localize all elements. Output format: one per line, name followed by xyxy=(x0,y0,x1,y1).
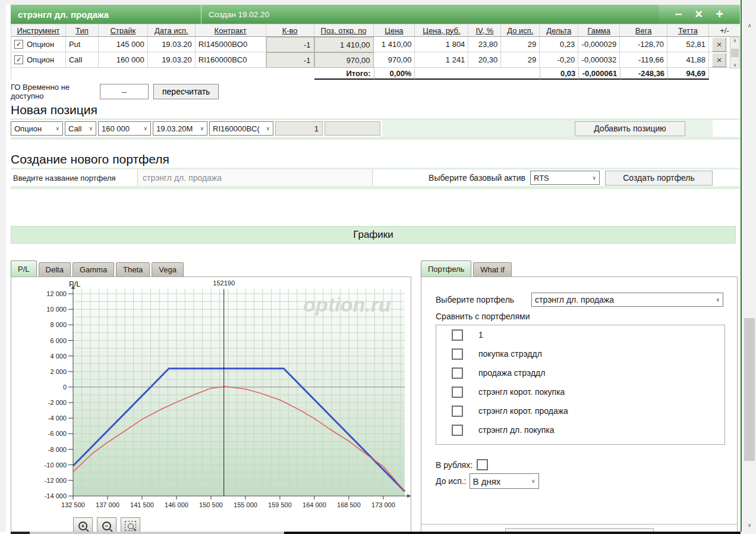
top-margin xyxy=(0,0,740,5)
compare-checkbox[interactable] xyxy=(452,425,463,436)
totals-row: Итого: 0,00% 0,03 -0,000061 -248,36 94,6… xyxy=(11,68,740,80)
go-row: ГО Временно не доступно -- пересчитать xyxy=(11,81,740,102)
base-asset-select[interactable]: RTS∨ xyxy=(530,171,600,185)
instrument-select[interactable]: Опцион∨ xyxy=(11,121,63,136)
portfolio-name-input[interactable] xyxy=(138,169,372,186)
col-header-label[interactable]: Страйк xyxy=(110,26,136,35)
svg-text:-6 000: -6 000 xyxy=(48,430,67,437)
tab-what-if[interactable]: What if xyxy=(473,262,511,277)
compare-list-item: продажа стрэддл xyxy=(436,363,724,382)
portfolio-select[interactable]: стрэнгл дл. продажа∨ xyxy=(531,293,723,307)
col-header-label[interactable]: Вега xyxy=(635,26,652,35)
svg-text:141 500: 141 500 xyxy=(130,501,154,508)
hscroll-thumb[interactable] xyxy=(284,532,741,534)
tab-theta[interactable]: Theta xyxy=(116,262,150,277)
instrument-cell: ✓Опцион xyxy=(11,37,66,52)
empty-field[interactable] xyxy=(325,121,380,136)
empty-cell xyxy=(11,68,66,80)
col-header-label[interactable]: Дата исп. xyxy=(155,26,188,35)
scroll-up-icon[interactable]: ∧ xyxy=(733,38,737,43)
tab-delta[interactable]: Delta xyxy=(39,262,71,277)
svg-text:-2 000: -2 000 xyxy=(48,399,67,406)
type-select[interactable]: Call∨ xyxy=(65,121,96,136)
delete-row-icon[interactable]: × xyxy=(712,53,726,67)
table-header-row: Инструмент Тип Страйк Дата исп. Контракт… xyxy=(11,24,740,37)
empty-cell xyxy=(415,68,468,80)
col-header-label[interactable]: Инструмент xyxy=(17,26,60,35)
scroll-up-icon[interactable]: ∧ xyxy=(743,23,756,29)
iv-cell: 23,80 xyxy=(468,37,501,52)
col-header-label[interactable]: Цена xyxy=(385,26,403,35)
tab-p-l[interactable]: P/L xyxy=(11,260,37,277)
compare-checkbox[interactable] xyxy=(452,387,463,398)
col-header-label[interactable]: Контракт xyxy=(215,26,247,35)
instrument-select-value: Опцион xyxy=(14,124,42,133)
tab-vega[interactable]: Vega xyxy=(152,262,184,277)
recalculate-button[interactable]: пересчитать xyxy=(153,84,219,99)
add-icon[interactable]: + xyxy=(716,8,723,20)
hscroll-thumb[interactable] xyxy=(11,532,30,534)
rubles-checkbox[interactable] xyxy=(477,459,488,470)
add-position-button[interactable]: Добавить позицию xyxy=(575,121,685,136)
empty-cell xyxy=(266,68,314,80)
scroll-down-icon[interactable]: ∨ xyxy=(743,522,756,528)
contract-select[interactable]: RI160000BC(∨ xyxy=(209,121,273,136)
price-rub-cell: 1 804 xyxy=(415,37,468,52)
col-header-label[interactable]: Поз. откр. по xyxy=(321,26,367,35)
svg-text:0: 0 xyxy=(63,384,67,391)
portfolio-titlebar: стрэнгл дл. продажа Создан 19.02.20 − × … xyxy=(11,5,740,24)
date-select[interactable]: 19.03.20M∨ xyxy=(153,121,207,136)
quantity-field[interactable]: 1 xyxy=(275,121,323,136)
qty-cell[interactable]: -1 xyxy=(266,37,314,52)
create-portfolio-button[interactable]: Создать портфель xyxy=(605,171,713,186)
days-select[interactable]: В днях∨ xyxy=(470,473,539,489)
close-icon[interactable]: × xyxy=(695,8,703,20)
col-header-label[interactable]: Тетта xyxy=(678,26,698,35)
hscroll-track xyxy=(30,532,284,534)
svg-text:164 000: 164 000 xyxy=(303,501,326,508)
horizontal-scrollbar[interactable] xyxy=(0,532,741,534)
scrollbar-thumb[interactable] xyxy=(731,49,739,57)
portfolio-select-value: стрэнгл дл. продажа xyxy=(535,295,614,304)
row-checkbox-checked[interactable]: ✓ xyxy=(14,55,23,64)
svg-text:168 500: 168 500 xyxy=(337,501,361,508)
page-scrollbar[interactable]: ∧ ∨ xyxy=(743,0,756,534)
type-cell: Put xyxy=(66,37,99,52)
minimize-icon[interactable]: − xyxy=(675,8,682,20)
compare-list-item: стрэнгл корот. продажа xyxy=(436,401,724,420)
scroll-down-icon[interactable]: ∨ xyxy=(733,62,737,68)
portfolio-select-label: Выберите портфель xyxy=(436,295,531,304)
zoom-out-icon: − xyxy=(102,522,111,530)
table-scrollbar[interactable]: ∧ ∨ xyxy=(730,37,740,68)
delete-row-icon[interactable]: × xyxy=(712,37,726,52)
row-checkbox-checked[interactable]: ✓ xyxy=(14,40,23,49)
pl-chart[interactable]: option.ru152190P/L12 00010 0008 0006 000… xyxy=(11,278,411,513)
col-header-label[interactable]: К-во xyxy=(282,26,298,35)
qty-cell[interactable]: -1 xyxy=(266,52,314,68)
col-header-label[interactable]: Тип xyxy=(75,26,89,35)
compare-checkbox[interactable] xyxy=(452,329,463,341)
days-row: До исп.: В днях∨ xyxy=(436,473,737,489)
strike-select[interactable]: 160 000∨ xyxy=(98,121,151,136)
type-select-value: Call xyxy=(68,124,81,133)
col-header-label[interactable]: До исп. xyxy=(507,26,533,35)
go-value-field[interactable]: -- xyxy=(100,84,149,99)
compare-item-label: стрэнгл корот. покупка xyxy=(478,387,565,397)
scrollbar-thumb[interactable] xyxy=(744,318,755,461)
tab-портфель[interactable]: Портфель xyxy=(421,260,471,277)
compare-checkbox[interactable] xyxy=(452,367,463,379)
empty-cell xyxy=(501,68,540,80)
compare-checkbox[interactable] xyxy=(452,348,463,360)
tab-gamma[interactable]: Gamma xyxy=(73,262,114,277)
empty-cell xyxy=(196,68,266,80)
col-header-label[interactable]: Цена, руб. xyxy=(423,26,460,35)
svg-text:12 000: 12 000 xyxy=(46,290,67,297)
svg-text:152190: 152190 xyxy=(213,279,235,287)
col-header-label[interactable]: Гамма xyxy=(587,26,610,35)
compare-checkbox[interactable] xyxy=(452,406,463,417)
col-header: IV, % xyxy=(468,24,501,37)
col-header-label[interactable]: Дельта xyxy=(546,26,571,35)
open-pos-cell[interactable]: 970,00 xyxy=(314,52,374,68)
open-pos-cell[interactable]: 1 410,00 xyxy=(314,37,374,52)
col-header-label[interactable]: IV, % xyxy=(475,26,493,35)
